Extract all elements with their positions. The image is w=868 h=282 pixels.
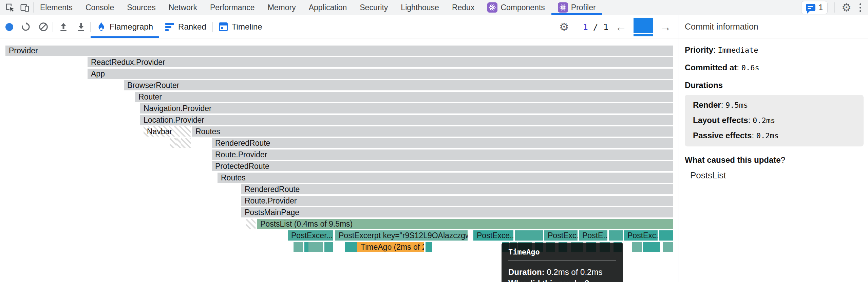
tooltip-duration-label: Duration: xyxy=(508,267,545,277)
issues-count: 1 xyxy=(819,3,823,12)
tooltip-duration-value: 0.2ms of 0.2ms xyxy=(545,267,603,277)
flame-bar-renderedroute[interactable]: RenderedRoute xyxy=(212,138,673,148)
tooltip-component-name: TimeAgo xyxy=(508,248,616,256)
flame-bar[interactable] xyxy=(609,230,623,241)
commit-info-panel: Commit information Priority: Immediate C… xyxy=(679,15,868,282)
committed-at-row: Committed at: 0.6s xyxy=(685,63,863,72)
flame-bar-postexcer[interactable]: PostExcer... xyxy=(288,230,333,241)
flame-bar[interactable] xyxy=(181,138,191,148)
flame-bar[interactable] xyxy=(426,242,432,252)
commit-info-header: Commit information xyxy=(679,15,868,38)
flame-bar[interactable] xyxy=(632,242,642,252)
flame-bar-timeago-2ms-of-2ms[interactable]: TimeAgo (2ms of 2ms) xyxy=(357,242,424,252)
flame-bar-postexc[interactable]: PostExc... xyxy=(544,230,578,241)
priority-label: Priority xyxy=(685,45,713,54)
committed-at-label: Committed at xyxy=(685,63,737,72)
render-value: 9.5ms xyxy=(725,101,748,109)
flame-bar[interactable] xyxy=(653,242,660,252)
flame-bar-renderedroute[interactable]: RenderedRoute xyxy=(241,184,673,194)
passive-effects-label: Passive effects xyxy=(693,131,752,140)
flame-bar-postexcerpt-key-r9s12l9oalazczgw[interactable]: PostExcerpt key="r9S12L9OAlazczgw... xyxy=(335,230,468,241)
what-caused-row: What caused this update? xyxy=(685,155,863,165)
flame-bar-reactredux-provider[interactable]: ReactRedux.Provider xyxy=(88,57,673,67)
layout-effects-row: Layout effects: 0.2ms xyxy=(693,116,864,125)
flame-bar-postsmainpage[interactable]: PostsMainPage xyxy=(241,207,673,217)
flame-bar-app[interactable]: App xyxy=(88,69,673,79)
issues-button[interactable]: 1 xyxy=(801,1,828,14)
flamegraph-pane: ProviderReactRedux.ProviderAppBrowserRou… xyxy=(0,38,679,282)
flame-bar[interactable] xyxy=(246,219,256,229)
passive-effects-row: Passive effects: 0.2ms xyxy=(693,131,864,140)
flame-bar-route-provider[interactable]: Route.Provider xyxy=(241,196,673,206)
committed-at-value: 0.6s xyxy=(741,64,759,72)
flame-bar-postexce[interactable]: PostExce... xyxy=(473,230,513,241)
flame-bar-location-provider[interactable]: Location.Provider xyxy=(140,115,673,125)
flame-bar[interactable] xyxy=(515,230,543,241)
layout-effects-label: Layout effects xyxy=(693,116,748,125)
durations-box: Render: 9.5ms Layout effects: 0.2ms Pass… xyxy=(685,95,864,146)
flame-bar-navbar[interactable]: Navbar xyxy=(144,126,191,137)
priority-value: Immediate xyxy=(718,46,758,54)
flame-bar-routes[interactable]: Routes xyxy=(218,173,673,183)
flamegraph: ProviderReactRedux.ProviderAppBrowserRou… xyxy=(0,0,679,282)
priority-row: Priority: Immediate xyxy=(685,45,863,55)
more-options-icon[interactable] xyxy=(858,2,863,13)
tooltip-why-label: Why did this render? xyxy=(508,279,589,282)
flame-bar-poste[interactable]: PostE... xyxy=(579,230,607,241)
flamegraph-tooltip: TimeAgo Duration: 0.2ms of 0.2ms Why did… xyxy=(502,243,623,282)
divider xyxy=(834,2,835,13)
flame-bar-routes[interactable]: Routes xyxy=(192,126,673,137)
flame-bar-protectedroute[interactable]: ProtectedRoute xyxy=(212,161,673,171)
flame-bar-browserrouter[interactable]: BrowserRouter xyxy=(124,80,673,90)
flame-bar-provider[interactable]: Provider xyxy=(5,46,673,56)
flame-bar-navigation-provider[interactable]: Navigation.Provider xyxy=(140,103,673,113)
flame-bar[interactable] xyxy=(294,242,303,252)
layout-effects-value: 0.2ms xyxy=(753,116,775,125)
durations-heading: Durations xyxy=(685,81,723,90)
passive-effects-value: 0.2ms xyxy=(756,131,779,140)
cause-component-postslist[interactable]: PostsList xyxy=(690,170,863,181)
flame-bar-router[interactable]: Router xyxy=(135,92,673,102)
what-caused-label: What caused this update xyxy=(685,155,781,164)
flame-bar[interactable] xyxy=(170,138,176,148)
render-duration-row: Render: 9.5ms xyxy=(693,100,864,110)
issues-bubble-icon xyxy=(806,4,815,11)
flame-bar[interactable] xyxy=(350,242,357,252)
flame-bar-route-provider[interactable]: Route.Provider xyxy=(212,149,673,160)
flame-bar[interactable] xyxy=(308,242,323,252)
settings-gear-icon[interactable]: ⚙ xyxy=(842,2,851,13)
flame-bar[interactable] xyxy=(659,230,673,241)
render-label: Render xyxy=(693,100,721,109)
flame-bar-postslist-0-4ms-of-9-5ms[interactable]: PostsList (0.4ms of 9.5ms) xyxy=(257,219,673,229)
flame-bar[interactable] xyxy=(663,242,673,252)
flame-bar[interactable] xyxy=(324,242,333,252)
flame-bar-postexc[interactable]: PostExc... xyxy=(624,230,658,241)
